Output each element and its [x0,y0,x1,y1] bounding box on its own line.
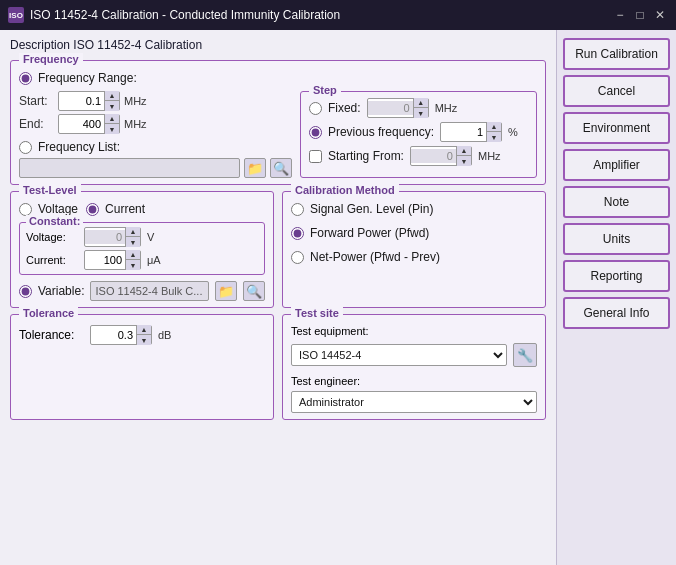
current-field-label: Current: [26,254,78,266]
step-fixed-radio[interactable] [309,102,322,115]
amplifier-button[interactable]: Amplifier [563,149,670,181]
frequency-group-label: Frequency [19,53,83,65]
end-label: End: [19,117,54,131]
start-input[interactable]: ▲ ▼ [58,91,120,111]
variable-search-btn[interactable]: 🔍 [243,281,265,301]
start-up-btn[interactable]: ▲ [105,91,119,101]
left-panel: Description ISO 11452-4 Calibration Freq… [0,30,556,565]
step-prev-down[interactable]: ▼ [487,132,501,142]
signal-gen-label[interactable]: Signal Gen. Level (Pin) [310,202,433,216]
voltage-field-value [85,230,125,244]
test-level-group: Test-Level Voltage Current Constant: [10,191,274,308]
step-fixed-input[interactable]: ▲ ▼ [367,98,429,118]
current-down[interactable]: ▼ [126,260,140,270]
calibration-method-group: Calibration Method Signal Gen. Level (Pi… [282,191,546,308]
voltage-radio[interactable] [19,203,32,216]
frequency-range-radio[interactable] [19,72,32,85]
start-value[interactable] [59,94,104,108]
current-unit: μA [147,254,167,266]
voltage-field[interactable]: ▲ ▼ [84,227,141,247]
step-prev-radio[interactable] [309,126,322,139]
tolerance-label: Tolerance: [19,328,84,342]
test-equipment-select[interactable]: ISO 14452-4 [291,344,507,366]
step-fixed-down[interactable]: ▼ [414,108,428,118]
forward-power-label[interactable]: Forward Power (Pfwd) [310,226,429,240]
variable-label[interactable]: Variable: [38,284,84,298]
current-field[interactable]: ▲ ▼ [84,250,141,270]
frequency-browse-btn[interactable]: 📁 [244,158,266,178]
cancel-button[interactable]: Cancel [563,75,670,107]
step-starting-unit: MHz [478,150,501,162]
step-prev-label[interactable]: Previous frequency: [328,125,434,139]
frequency-list-label[interactable]: Frequency List: [38,140,120,154]
end-input[interactable]: ▲ ▼ [58,114,120,134]
middle-row: Test-Level Voltage Current Constant: [10,191,546,308]
app-icon: ISO [8,7,24,23]
voltage-up[interactable]: ▲ [126,227,140,237]
note-button[interactable]: Note [563,186,670,218]
close-button[interactable]: ✕ [652,7,668,23]
test-engineer-select[interactable]: Administrator [291,391,537,413]
voltage-down[interactable]: ▼ [126,237,140,247]
step-starting-input[interactable]: ▲ ▼ [410,146,472,166]
start-down-btn[interactable]: ▼ [105,101,119,111]
step-fixed-label[interactable]: Fixed: [328,101,361,115]
end-down-btn[interactable]: ▼ [105,124,119,134]
test-equipment-label: Test equipment: [291,325,369,337]
starting-from-label[interactable]: Starting From: [328,149,404,163]
net-power-radio[interactable] [291,251,304,264]
end-up-btn[interactable]: ▲ [105,114,119,124]
description-label: Description ISO 11452-4 Calibration [10,38,546,52]
test-equipment-config-btn[interactable]: 🔧 [513,343,537,367]
voltage-field-label: Voltage: [26,231,78,243]
forward-power-radio[interactable] [291,227,304,240]
step-prev-input[interactable]: ▲ ▼ [440,122,502,142]
tolerance-down[interactable]: ▼ [137,335,151,345]
frequency-list-radio[interactable] [19,141,32,154]
current-field-value[interactable] [85,253,125,267]
tolerance-group-label: Tolerance [19,307,78,319]
frequency-list-path[interactable] [19,158,240,178]
reporting-button[interactable]: Reporting [563,260,670,292]
signal-gen-radio[interactable] [291,203,304,216]
tolerance-up[interactable]: ▲ [137,325,151,335]
starting-from-checkbox[interactable] [309,150,322,163]
frequency-range-label[interactable]: Frequency Range: [38,71,137,85]
current-radio[interactable] [86,203,99,216]
general-info-button[interactable]: General Info [563,297,670,329]
end-value[interactable] [59,117,104,131]
cal-method-label: Calibration Method [291,184,399,196]
current-up[interactable]: ▲ [126,250,140,260]
environment-button[interactable]: Environment [563,112,670,144]
step-starting-down[interactable]: ▼ [457,156,471,166]
end-unit: MHz [124,118,147,130]
step-prev-value[interactable] [441,125,486,139]
maximize-button[interactable]: □ [632,7,648,23]
minimize-button[interactable]: − [612,7,628,23]
variable-path[interactable] [90,281,209,301]
current-label[interactable]: Current [105,202,145,216]
bottom-row: Tolerance Tolerance: ▲ ▼ dB Test site [10,314,546,420]
start-unit: MHz [124,95,147,107]
test-site-group: Test site Test equipment: ISO 14452-4 🔧 … [282,314,546,420]
title-bar: ISO ISO 11452-4 Calibration - Conducted … [0,0,676,30]
step-starting-up[interactable]: ▲ [457,146,471,156]
step-group-label: Step [309,84,341,96]
step-fixed-value [368,101,413,115]
frequency-search-btn[interactable]: 🔍 [270,158,292,178]
run-calibration-button[interactable]: Run Calibration [563,38,670,70]
step-prev-up[interactable]: ▲ [487,122,501,132]
variable-browse-btn[interactable]: 📁 [215,281,237,301]
variable-radio[interactable] [19,285,32,298]
net-power-label[interactable]: Net-Power (Pfwd - Prev) [310,250,440,264]
voltage-label[interactable]: Voltage [38,202,78,216]
step-starting-value [411,149,456,163]
tolerance-input[interactable]: ▲ ▼ [90,325,152,345]
constant-group: Constant: Voltage: ▲ ▼ V Cur [19,222,265,275]
units-button[interactable]: Units [563,223,670,255]
constant-group-label: Constant: [26,215,83,227]
right-panel: Run Calibration Cancel Environment Ampli… [556,30,676,565]
step-fixed-up[interactable]: ▲ [414,98,428,108]
test-site-label: Test site [291,307,343,319]
tolerance-value[interactable] [91,328,136,342]
